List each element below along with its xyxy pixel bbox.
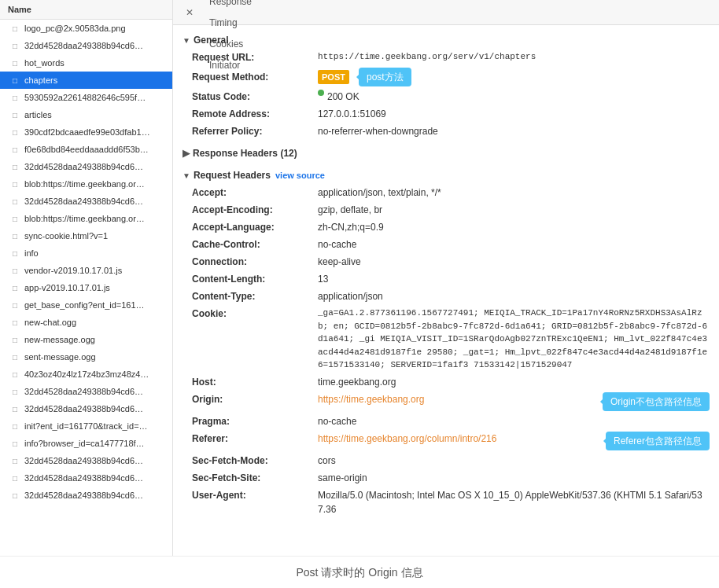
sidebar-item-7[interactable]: □f0e68dbd84eeddaaaddd6f53b… — [0, 141, 172, 158]
general-section-body: Request URL: https://time.geekbang.org/s… — [183, 49, 710, 140]
req-header-name-4: Connection: — [192, 255, 318, 269]
right-panel: ✕ HeadersPreviewResponseTimingCookiesIni… — [173, 0, 719, 556]
sidebar-item-label-16: get_base_config?ent_id=161… — [24, 300, 145, 310]
sidebar-item-23[interactable]: □init?ent_id=161770&track_id=… — [0, 417, 172, 435]
req-header-value-1: gzip, deflate, br — [318, 203, 710, 217]
sidebar-item-13[interactable]: □info — [0, 244, 172, 262]
sidebar-item-21[interactable]: □32dd4528daa249388b94cd6… — [0, 383, 172, 400]
req-header-name-2: Accept-Language: — [192, 220, 318, 234]
req-header-name-11: Referer: — [192, 432, 318, 446]
sidebar-item-label-8: 32dd4528daa249388b94cd6… — [24, 162, 143, 171]
req-header-row-6: Content-Type:application/json — [192, 288, 710, 305]
sidebar-item-6[interactable]: □390cdf2bdcaaedfe99e03dfab1… — [0, 123, 172, 141]
sidebar-item-17[interactable]: □new-chat.ogg — [0, 314, 172, 331]
req-header-row-0: Accept:application/json, text/plain, */* — [192, 184, 710, 201]
general-section-header[interactable]: ▼ General — [183, 31, 710, 49]
req-header-value-11: https://time.geekbang.org/column/intro/2… — [318, 432, 599, 446]
req-header-row-11: Referer:https://time.geekbang.org/column… — [192, 430, 710, 452]
req-header-row-5: Content-Length:13 — [192, 270, 710, 288]
sidebar-item-8[interactable]: □32dd4528daa249388b94cd6… — [0, 158, 172, 175]
referrer-policy-value: no-referrer-when-downgrade — [318, 124, 710, 138]
sidebar-item-label-11: blob:https://time.geekbang.or… — [24, 214, 145, 223]
sidebar-item-19[interactable]: □sent-message.ogg — [0, 348, 172, 366]
req-header-name-12: Sec-Fetch-Mode: — [192, 454, 318, 468]
req-header-value-10: no-cache — [318, 414, 710, 428]
sidebar-item-22[interactable]: □32dd4528daa249388b94cd6… — [0, 400, 172, 417]
sidebar-item-label-9: blob:https://time.geekbang.or… — [24, 179, 145, 189]
file-icon-20: □ — [9, 369, 20, 380]
file-icon-7: □ — [9, 144, 20, 155]
req-header-name-5: Content-Length: — [192, 272, 318, 286]
response-headers-arrow-icon: ▶ — [183, 148, 190, 159]
sidebar-item-label-13: info — [24, 248, 39, 258]
status-dot-icon — [318, 90, 324, 96]
status-code-label: Status Code: — [192, 90, 318, 104]
file-icon-16: □ — [9, 300, 20, 311]
sidebar-item-label-23: init?ent_id=161770&track_id=… — [24, 421, 148, 431]
req-header-name-10: Pragma: — [192, 414, 318, 428]
sidebar-item-24[interactable]: □info?browser_id=ca1477718f… — [0, 435, 172, 452]
req-header-value-13: same-origin — [318, 471, 710, 485]
sidebar-item-1[interactable]: □32dd4528daa249388b94cd6… — [0, 37, 172, 54]
sidebar-item-14[interactable]: □vendor-v2019.10.17.01.js — [0, 262, 172, 279]
request-method-label: Request Method: — [192, 70, 318, 84]
sidebar-item-25[interactable]: □32dd4528daa249388b94cd6… — [0, 452, 172, 469]
response-headers-header[interactable]: ▶ Response Headers (12) — [183, 145, 710, 162]
file-icon-3: □ — [9, 75, 20, 86]
general-section: ▼ General Request URL: https://time.geek… — [183, 31, 710, 140]
file-icon-6: □ — [9, 127, 20, 138]
file-icon-4: □ — [9, 92, 20, 103]
sidebar-item-27[interactable]: □32dd4528daa249388b94cd6… — [0, 487, 172, 504]
sidebar-item-16[interactable]: □get_base_config?ent_id=161… — [0, 296, 172, 314]
sidebar-item-label-7: f0e68dbd84eeddaaaddd6f53b… — [24, 145, 149, 154]
sidebar-item-12[interactable]: □sync-cookie.html?v=1 — [0, 227, 172, 244]
req-header-name-9: Origin: — [192, 392, 318, 406]
sidebar-item-10[interactable]: □32dd4528daa249388b94cd6… — [0, 193, 172, 210]
sidebar-item-18[interactable]: □new-message.ogg — [0, 331, 172, 348]
view-source-link[interactable]: view source — [275, 171, 325, 180]
sidebar-item-3[interactable]: □chapters — [0, 72, 172, 89]
sidebar-item-11[interactable]: □blob:https://time.geekbang.or… — [0, 210, 172, 227]
req-header-row-8: Host:time.geekbang.org — [192, 373, 710, 391]
file-icon-0: □ — [9, 23, 20, 34]
req-header-row-9: Origin:https://time.geekbang.orgOrigin不包… — [192, 391, 710, 413]
referrer-policy-row: Referrer Policy: no-referrer-when-downgr… — [192, 123, 710, 140]
general-section-title: General — [194, 35, 229, 46]
sidebar-item-15[interactable]: □app-v2019.10.17.01.js — [0, 279, 172, 296]
referrer-policy-label: Referrer Policy: — [192, 124, 318, 138]
tooltip-9: Origin不包含路径信息 — [603, 392, 710, 411]
request-headers-header[interactable]: ▼ Request Headers view source — [183, 167, 710, 184]
request-method-row: Request Method: POST post方法 — [192, 66, 710, 88]
content-area: ▼ General Request URL: https://time.geek… — [173, 25, 719, 556]
file-icon-18: □ — [9, 334, 20, 345]
file-icon-23: □ — [9, 421, 20, 432]
remote-address-row: Remote Address: 127.0.0.1:51069 — [192, 105, 710, 123]
tab-close-button[interactable]: ✕ — [179, 4, 200, 21]
req-header-row-12: Sec-Fetch-Mode:cors — [192, 452, 710, 469]
req-header-value-3: no-cache — [318, 237, 710, 252]
response-headers-title: Response Headers (12) — [193, 148, 297, 159]
sidebar-item-5[interactable]: □articles — [0, 106, 172, 123]
sidebar-item-20[interactable]: □40z3oz40z4lz17z4bz3mz48z4… — [0, 366, 172, 383]
status-code-row: Status Code: 200 OK — [192, 88, 710, 105]
sidebar-item-label-4: 5930592a22614882646c595f… — [24, 93, 146, 102]
remote-address-label: Remote Address: — [192, 107, 318, 121]
req-header-row-10: Pragma:no-cache — [192, 413, 710, 430]
file-icon-26: □ — [9, 472, 20, 483]
request-headers-body: Accept:application/json, text/plain, */*… — [183, 184, 710, 518]
response-headers-section: ▶ Response Headers (12) — [183, 145, 710, 162]
sidebar-item-4[interactable]: □5930592a22614882646c595f… — [0, 89, 172, 106]
sidebar-item-0[interactable]: □logo_pc@2x.90583da.png — [0, 20, 172, 37]
tab-response[interactable]: Response — [200, 0, 261, 13]
sidebar-item-2[interactable]: □hot_words — [0, 54, 172, 72]
req-header-name-0: Accept: — [192, 186, 318, 200]
sidebar-item-9[interactable]: □blob:https://time.geekbang.or… — [0, 175, 172, 193]
request-url-value: https://time.geekbang.org/serv/v1/chapte… — [318, 50, 710, 64]
req-header-name-13: Sec-Fetch-Site: — [192, 471, 318, 485]
file-icon-15: □ — [9, 282, 20, 293]
request-method-value: POST — [318, 70, 349, 85]
sidebar-items-list: □logo_pc@2x.90583da.png□32dd4528daa24938… — [0, 20, 172, 504]
req-header-value-9: https://time.geekbang.org — [318, 392, 596, 406]
file-icon-11: □ — [9, 213, 20, 224]
sidebar-item-26[interactable]: □32dd4528daa249388b94cd6… — [0, 469, 172, 487]
